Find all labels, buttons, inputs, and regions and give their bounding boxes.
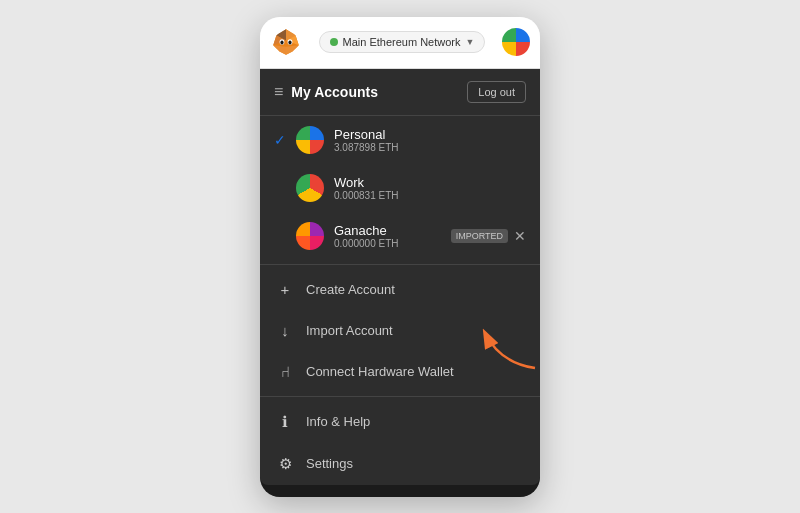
hamburger-icon[interactable]: ≡ xyxy=(274,83,283,101)
account-item-ganache[interactable]: ✓ Ganache 0.000000 ETH IMPORTED ✕ xyxy=(260,212,540,260)
create-account-action[interactable]: + Create Account xyxy=(260,269,540,310)
svg-point-9 xyxy=(280,40,283,44)
avatar-ganache xyxy=(296,222,324,250)
import-icon: ↓ xyxy=(276,322,294,339)
settings-label: Settings xyxy=(306,456,353,471)
info-help-action[interactable]: ℹ Info & Help xyxy=(260,401,540,443)
phone-container: Main Ethereum Network ▼ Personal 0x8F71.… xyxy=(260,17,540,497)
info-help-label: Info & Help xyxy=(306,414,370,429)
menu-divider-2 xyxy=(260,396,540,397)
connect-hardware-wallet-label: Connect Hardware Wallet xyxy=(306,364,454,379)
account-name-work: Work xyxy=(334,175,526,190)
menu-divider-1 xyxy=(260,264,540,265)
avatar-work xyxy=(296,174,324,202)
dropdown-header: ≡ My Accounts Log out xyxy=(260,69,540,116)
arrow-annotation xyxy=(470,313,540,377)
avatar-personal xyxy=(296,126,324,154)
account-balance-personal: 3.087898 ETH xyxy=(334,142,526,153)
account-name-personal: Personal xyxy=(334,127,526,142)
svg-marker-6 xyxy=(273,45,286,55)
my-accounts-title: My Accounts xyxy=(291,84,378,100)
info-icon: ℹ xyxy=(276,413,294,431)
logout-button[interactable]: Log out xyxy=(467,81,526,103)
remove-ganache-button[interactable]: ✕ xyxy=(514,228,526,244)
account-balance-work: 0.000831 ETH xyxy=(334,190,526,201)
header-bar: Main Ethereum Network ▼ xyxy=(260,17,540,69)
create-account-label: Create Account xyxy=(306,282,395,297)
hardware-wallet-icon: ⑁ xyxy=(276,363,294,380)
account-item-personal[interactable]: ✓ Personal 3.087898 ETH xyxy=(260,116,540,164)
network-label: Main Ethereum Network xyxy=(343,36,461,48)
account-info-personal: Personal 3.087898 ETH xyxy=(334,127,526,153)
import-account-label: Import Account xyxy=(306,323,393,338)
network-status-dot xyxy=(330,38,338,46)
account-name-ganache: Ganache xyxy=(334,223,451,238)
settings-action[interactable]: ⚙ Settings xyxy=(260,443,540,485)
dropdown-header-left: ≡ My Accounts xyxy=(274,83,378,101)
globe-icon[interactable] xyxy=(502,28,530,56)
network-selector[interactable]: Main Ethereum Network ▼ xyxy=(319,31,486,53)
imported-badge: IMPORTED xyxy=(451,229,508,243)
account-info-ganache: Ganache 0.000000 ETH xyxy=(334,223,451,249)
settings-icon: ⚙ xyxy=(276,455,294,473)
accounts-dropdown-menu: ≡ My Accounts Log out ✓ Personal 3.08789… xyxy=(260,69,540,485)
metamask-fox-icon xyxy=(270,26,302,58)
plus-icon: + xyxy=(276,281,294,298)
account-balance-ganache: 0.000000 ETH xyxy=(334,238,451,249)
chevron-down-icon: ▼ xyxy=(466,37,475,47)
account-info-work: Work 0.000831 ETH xyxy=(334,175,526,201)
svg-point-10 xyxy=(288,40,291,44)
account-item-work[interactable]: ✓ Work 0.000831 ETH xyxy=(260,164,540,212)
main-content-area: Personal 0x8F71...4e83 3.087 ETH ≡ My Ac… xyxy=(260,69,540,497)
active-checkmark-icon: ✓ xyxy=(274,132,290,148)
svg-marker-5 xyxy=(286,45,299,55)
